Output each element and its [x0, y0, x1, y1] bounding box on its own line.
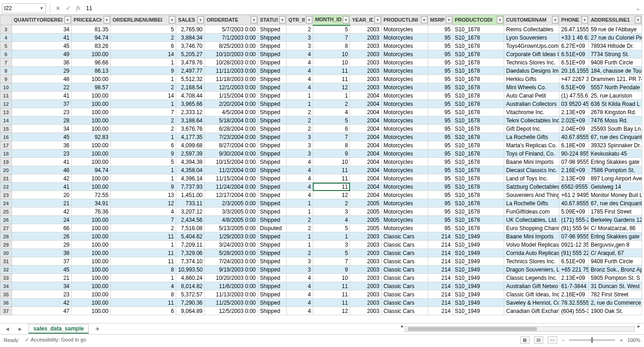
- filter-dropdown-icon[interactable]: ▾: [497, 16, 503, 23]
- column-header-priceeach[interactable]: PRICEEACH▾: [71, 15, 110, 25]
- cell[interactable]: 2: [287, 116, 313, 125]
- cell[interactable]: Technics Stores Inc.: [504, 58, 559, 67]
- row-header[interactable]: 19: [0, 158, 12, 166]
- cell[interactable]: 4: [287, 158, 313, 166]
- cell[interactable]: Classic Cars: [381, 257, 428, 266]
- cell[interactable]: 95: [428, 108, 453, 116]
- cell[interactable]: 2: [287, 108, 313, 116]
- cell[interactable]: 67, rue des Cinquant: [589, 133, 642, 141]
- column-header-year_id[interactable]: YEAR_ID▾: [350, 15, 381, 25]
- cell[interactable]: 8: [313, 141, 350, 150]
- cell[interactable]: 100.00: [71, 266, 110, 274]
- cell[interactable]: 4: [287, 83, 313, 92]
- cell[interactable]: (91) 555 22: [559, 249, 589, 257]
- cell[interactable]: S10_1678: [453, 166, 504, 174]
- cell[interactable]: 214: [428, 249, 453, 257]
- cell[interactable]: 100.00: [71, 108, 110, 116]
- zoom-in-icon[interactable]: +: [620, 337, 622, 343]
- cell[interactable]: Motorcycles: [381, 224, 428, 232]
- cell[interactable]: 10: [313, 274, 350, 282]
- cell[interactable]: 4: [287, 274, 313, 282]
- cell[interactable]: 1900 Oak St.: [589, 307, 642, 315]
- cell[interactable]: 2003: [350, 249, 381, 257]
- cell[interactable]: 8/25/2003 0:00: [205, 42, 258, 50]
- cell[interactable]: Saveley & Henriot, Co: [504, 299, 559, 307]
- row-header[interactable]: 37: [0, 307, 12, 315]
- cell[interactable]: Bronz Sok., Bronz Ap: [589, 266, 642, 274]
- filter-dropdown-icon[interactable]: ▾: [279, 16, 286, 23]
- cell[interactable]: 34: [12, 282, 71, 290]
- cell[interactable]: 10,993.50: [176, 266, 205, 274]
- filter-dropdown-icon[interactable]: ▾: [446, 16, 452, 23]
- cell[interactable]: S10_1678: [453, 199, 504, 208]
- cell[interactable]: 7,329.06: [176, 249, 205, 257]
- row-header[interactable]: 29: [0, 241, 12, 249]
- cell[interactable]: Shipped: [258, 274, 287, 282]
- cell[interactable]: S10_1678: [453, 174, 504, 183]
- horizontal-scrollbar[interactable]: [405, 326, 635, 332]
- cell[interactable]: (1) 47.55.6: [559, 92, 589, 100]
- cell[interactable]: 2: [110, 34, 176, 42]
- cell[interactable]: 5: [313, 224, 350, 232]
- filter-dropdown-icon[interactable]: ▾: [306, 16, 312, 23]
- cell[interactable]: 6.51E+09: [559, 257, 589, 266]
- cell[interactable]: 7734 Strong St.: [589, 50, 642, 58]
- cell[interactable]: 100.00: [71, 224, 110, 232]
- cell[interactable]: 2003: [350, 67, 381, 75]
- cell[interactable]: Baane Mini Imports: [504, 232, 559, 241]
- cell[interactable]: Corporate Gift Ideas C: [504, 50, 559, 58]
- cell[interactable]: Shipped: [258, 25, 287, 34]
- cell[interactable]: 2,597.39: [176, 150, 205, 158]
- cell[interactable]: S10_1678: [453, 25, 504, 34]
- cell[interactable]: 12: [313, 191, 350, 199]
- cell[interactable]: Shipped: [258, 282, 287, 290]
- cell[interactable]: 3: [287, 42, 313, 50]
- cell[interactable]: 2: [110, 125, 176, 133]
- cell[interactable]: (91) 555 94: [559, 224, 589, 232]
- cell[interactable]: 7,290.36: [176, 299, 205, 307]
- column-header-customername[interactable]: CUSTOMERNAM▾: [504, 15, 559, 25]
- cell[interactable]: Toys4GrownUps.com: [504, 42, 559, 50]
- cell[interactable]: 98.57: [71, 83, 110, 92]
- cell[interactable]: 5,512.32: [176, 75, 205, 83]
- cell[interactable]: 4: [287, 58, 313, 67]
- cell[interactable]: +65 221 75: [559, 266, 589, 274]
- cell[interactable]: 214: [428, 282, 453, 290]
- cell[interactable]: 37: [12, 100, 71, 108]
- cell[interactable]: 95: [428, 191, 453, 199]
- cell[interactable]: 2004: [350, 174, 381, 183]
- cell[interactable]: Euro Shopping Chann: [504, 224, 559, 232]
- cell[interactable]: 95: [428, 50, 453, 58]
- cell[interactable]: 100.00: [71, 75, 110, 83]
- cell[interactable]: 100.00: [71, 50, 110, 58]
- cell[interactable]: S10_1678: [453, 125, 504, 133]
- cell[interactable]: 6: [110, 307, 176, 315]
- cell[interactable]: 12/1/2003 0:00: [205, 83, 258, 92]
- filter-dropdown-icon[interactable]: ▾: [374, 16, 381, 23]
- cell[interactable]: 2004: [350, 166, 381, 174]
- cell[interactable]: 4: [313, 216, 350, 224]
- cell[interactable]: 4: [287, 307, 313, 315]
- cell[interactable]: S10_1678: [453, 75, 504, 83]
- cell[interactable]: 95: [428, 100, 453, 108]
- cell[interactable]: 21: [12, 199, 71, 208]
- cell[interactable]: 2,434.56: [176, 216, 205, 224]
- cell[interactable]: 100.00: [71, 241, 110, 249]
- cell[interactable]: 95: [428, 150, 453, 158]
- cell[interactable]: 2003: [350, 307, 381, 315]
- cell[interactable]: 11: [313, 75, 350, 83]
- column-header-status[interactable]: STATUS▾: [258, 15, 287, 25]
- cell[interactable]: 100.00: [71, 100, 110, 108]
- cell[interactable]: FunGiftIdeas.com: [504, 208, 559, 216]
- cell[interactable]: S10_1678: [453, 224, 504, 232]
- cell[interactable]: 7476 Moss Rd.: [589, 116, 642, 125]
- row-header[interactable]: 15: [0, 125, 12, 133]
- cell[interactable]: 59 rue de l'Abbaye: [589, 25, 642, 34]
- cell[interactable]: 4: [287, 290, 313, 299]
- cell[interactable]: 1: [110, 75, 176, 83]
- cell[interactable]: 100.00: [71, 216, 110, 224]
- cell[interactable]: 61-7-3844: [559, 282, 589, 290]
- cell[interactable]: Australian Gift Netwo: [504, 282, 559, 290]
- filter-dropdown-icon[interactable]: ▾: [581, 16, 588, 23]
- cell[interactable]: Vitachrome Inc.: [504, 108, 559, 116]
